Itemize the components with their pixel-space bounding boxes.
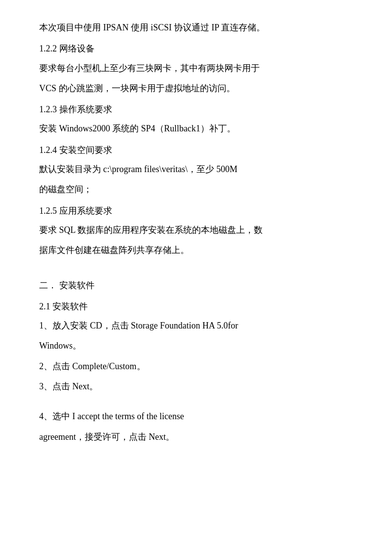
heading-3: 1.2.4 安装空间要求 [39, 142, 353, 158]
main-content: 本次项目中使用 IPSAN 使用 iSCSI 协议通过 IP 直连存储。 1.2… [39, 20, 353, 445]
para-13-line2: agreement，接受许可，点击 Next。 [39, 429, 353, 445]
heading-5: 二． 安装软件 [39, 278, 353, 294]
para-1: 本次项目中使用 IPSAN 使用 iSCSI 协议通过 IP 直连存储。 [39, 20, 353, 36]
para-3: VCS 的心跳监测，一块网卡用于虚拟地址的访问。 [39, 80, 353, 97]
para-6: 的磁盘空间； [39, 181, 353, 198]
heading-4: 1.2.5 应用系统要求 [39, 203, 353, 219]
para-11: 2、点击 Complete/Custom。 [39, 358, 353, 375]
para-7: 要求 SQL 数据库的应用程序安装在系统的本地磁盘上，数 [39, 222, 353, 238]
spacer-2 [39, 399, 353, 408]
para-13-line1: 4、选中 I accept the terms of the license [39, 408, 353, 425]
heading-1: 1.2.2 网络设备 [39, 41, 353, 57]
heading-2: 1.2.3 操作系统要求 [39, 101, 353, 118]
spacer-1 [39, 263, 353, 273]
para-10: Windows。 [39, 338, 353, 354]
para-4: 安装 Windows2000 系统的 SP4（Rullback1）补丁。 [39, 121, 353, 137]
para-12: 3、点击 Next。 [39, 378, 353, 395]
para-5: 默认安装目录为 c:\program files\veritas\，至少 500… [39, 161, 353, 177]
para-2: 要求每台小型机上至少有三块网卡，其中有两块网卡用于 [39, 60, 353, 76]
para-9: 1、放入安装 CD，点击 Storage Foundation HA 5.0fo… [39, 318, 353, 334]
para-8: 据库文件创建在磁盘阵列共享存储上。 [39, 242, 353, 258]
heading-6: 2.1 安装软件 [39, 299, 353, 315]
